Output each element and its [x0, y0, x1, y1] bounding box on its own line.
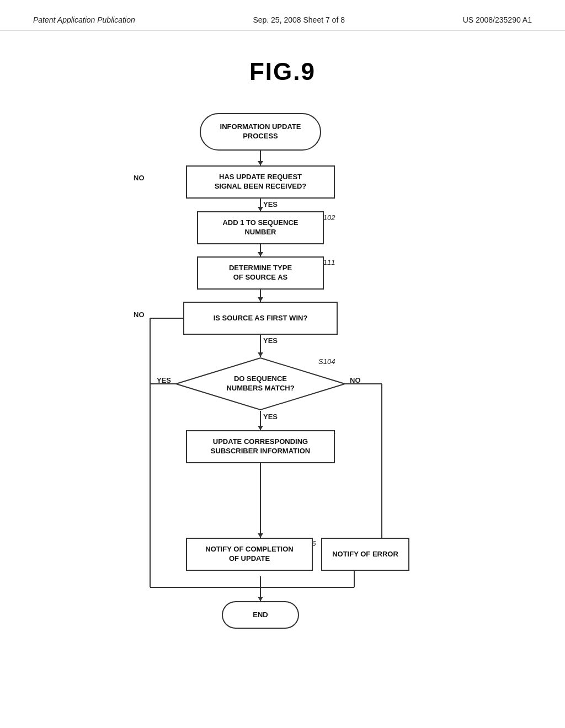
- s105-shape: UPDATE CORRESPONDINGSUBSCRIBER INFORMATI…: [186, 430, 335, 463]
- s111-shape: DETERMINE TYPEOF SOURCE AS: [197, 256, 324, 290]
- s112-no-label: NO: [134, 311, 145, 319]
- s102-text: ADD 1 TO SEQUENCENUMBER: [222, 218, 298, 237]
- header-patent-number: US 2008/235290 A1: [463, 15, 532, 24]
- s104-yes-left-label: YES: [157, 376, 171, 384]
- s102-shape: ADD 1 TO SEQUENCENUMBER: [197, 211, 324, 244]
- s101-yes-label: YES: [263, 200, 278, 208]
- s112-text: IS SOURCE AS FIRST WIN?: [214, 314, 308, 323]
- s104-diamond: DO SEQUENCENUMBERS MATCH?: [175, 357, 346, 411]
- svg-marker-3: [258, 207, 263, 211]
- svg-marker-26: [258, 597, 263, 601]
- s112-yes-label: YES: [263, 336, 278, 345]
- end-shape: END: [222, 601, 299, 629]
- header-publication-type: Patent Application Publication: [33, 15, 135, 24]
- header-date-sheet: Sep. 25, 2008 Sheet 7 of 8: [253, 15, 345, 24]
- s107-shape: NOTIFY OF ERROR: [321, 538, 409, 571]
- s106-shape: NOTIFY OF COMPLETIONOF UPDATE: [186, 538, 313, 571]
- flowchart: INFORMATION UPDATEPROCESS S101 HAS UPDAT…: [89, 102, 476, 681]
- s106-text: NOTIFY OF COMPLETIONOF UPDATE: [205, 545, 293, 564]
- svg-marker-9: [258, 352, 263, 357]
- svg-marker-7: [258, 297, 263, 302]
- s104-yes-label: YES: [263, 413, 278, 421]
- figure-title: FIG.9: [0, 58, 565, 85]
- s105-text: UPDATE CORRESPONDINGSUBSCRIBER INFORMATI…: [211, 437, 310, 456]
- s101-shape: HAS UPDATE REQUESTSIGNAL BEEN RECEIVED?: [186, 165, 335, 199]
- s101-text: HAS UPDATE REQUESTSIGNAL BEEN RECEIVED?: [215, 173, 307, 191]
- s101-no-label: NO: [134, 174, 145, 182]
- svg-marker-5: [258, 252, 263, 256]
- svg-marker-13: [258, 426, 263, 430]
- s111-text: DETERMINE TYPEOF SOURCE AS: [229, 264, 292, 282]
- start-label: INFORMATION UPDATEPROCESS: [220, 122, 301, 141]
- page-header: Patent Application Publication Sep. 25, …: [0, 0, 565, 30]
- svg-marker-1: [258, 161, 263, 165]
- s107-text: NOTIFY OF ERROR: [332, 550, 398, 559]
- end-label: END: [253, 611, 268, 620]
- s112-shape: IS SOURCE AS FIRST WIN?: [183, 302, 338, 335]
- start-shape: INFORMATION UPDATEPROCESS: [200, 113, 321, 151]
- s104-no-label: NO: [350, 376, 361, 384]
- svg-marker-20: [258, 533, 263, 538]
- s104-text: DO SEQUENCENUMBERS MATCH?: [175, 357, 346, 411]
